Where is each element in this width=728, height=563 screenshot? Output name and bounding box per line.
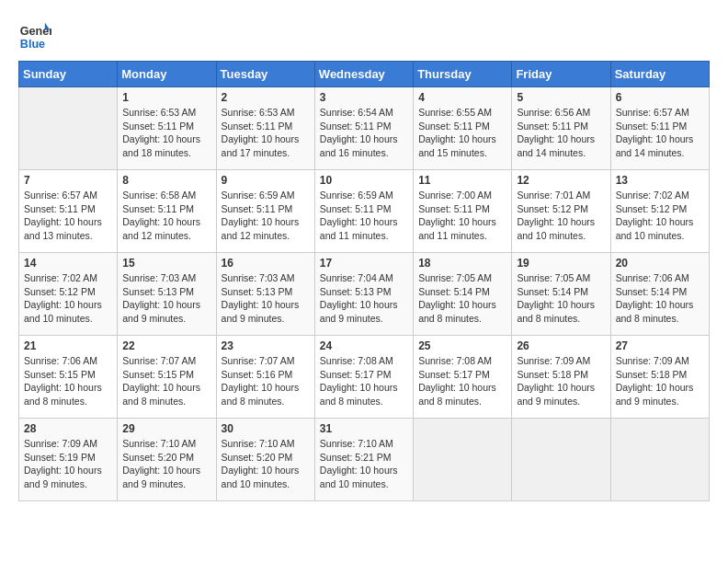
day-info: Sunrise: 7:01 AMSunset: 5:12 PMDaylight:…: [517, 189, 605, 243]
calendar-day: 7Sunrise: 6:57 AMSunset: 5:11 PMDaylight…: [19, 170, 118, 253]
day-number: 1: [122, 91, 210, 104]
calendar-header-row: SundayMondayTuesdayWednesdayThursdayFrid…: [19, 62, 710, 87]
calendar-day: 16Sunrise: 7:03 AMSunset: 5:13 PMDayligh…: [216, 253, 314, 336]
day-number: 10: [320, 174, 408, 187]
calendar-day: [19, 87, 118, 170]
calendar-day: 9Sunrise: 6:59 AMSunset: 5:11 PMDaylight…: [216, 170, 314, 253]
day-info: Sunrise: 7:09 AMSunset: 5:19 PMDaylight:…: [24, 437, 112, 491]
day-info: Sunrise: 7:09 AMSunset: 5:18 PMDaylight:…: [616, 354, 704, 408]
day-number: 12: [517, 174, 605, 187]
day-number: 28: [24, 422, 112, 435]
day-info: Sunrise: 7:07 AMSunset: 5:16 PMDaylight:…: [222, 354, 310, 408]
day-info: Sunrise: 7:03 AMSunset: 5:13 PMDaylight:…: [222, 271, 310, 326]
day-info: Sunrise: 7:10 AMSunset: 5:21 PMDaylight:…: [320, 437, 408, 491]
calendar-day: 14Sunrise: 7:02 AMSunset: 5:12 PMDayligh…: [19, 253, 118, 336]
calendar-day: 31Sunrise: 7:10 AMSunset: 5:21 PMDayligh…: [314, 419, 413, 501]
calendar-day: 1Sunrise: 6:53 AMSunset: 5:11 PMDaylight…: [118, 87, 216, 170]
day-number: 4: [418, 91, 506, 104]
calendar-day: [512, 419, 610, 501]
calendar-day: 30Sunrise: 7:10 AMSunset: 5:20 PMDayligh…: [216, 419, 314, 501]
day-number: 25: [418, 339, 506, 352]
day-number: 31: [320, 422, 408, 435]
day-info: Sunrise: 6:57 AMSunset: 5:11 PMDaylight:…: [616, 106, 704, 160]
day-number: 18: [418, 257, 506, 270]
calendar-day: 2Sunrise: 6:53 AMSunset: 5:11 PMDaylight…: [216, 87, 314, 170]
calendar-header-tuesday: Tuesday: [216, 62, 314, 87]
calendar-header-friday: Friday: [512, 62, 610, 87]
day-info: Sunrise: 6:54 AMSunset: 5:11 PMDaylight:…: [320, 106, 408, 160]
day-info: Sunrise: 7:10 AMSunset: 5:20 PMDaylight:…: [222, 437, 310, 491]
calendar-day: 3Sunrise: 6:54 AMSunset: 5:11 PMDaylight…: [314, 87, 413, 170]
day-info: Sunrise: 6:58 AMSunset: 5:11 PMDaylight:…: [122, 189, 210, 243]
calendar-header-saturday: Saturday: [610, 62, 709, 87]
calendar-day: 8Sunrise: 6:58 AMSunset: 5:11 PMDaylight…: [118, 170, 216, 253]
day-number: 16: [222, 257, 310, 270]
calendar-day: 26Sunrise: 7:09 AMSunset: 5:18 PMDayligh…: [512, 336, 610, 419]
day-info: Sunrise: 7:10 AMSunset: 5:20 PMDaylight:…: [122, 437, 210, 491]
calendar-day: 6Sunrise: 6:57 AMSunset: 5:11 PMDaylight…: [610, 87, 709, 170]
logo: General Blue: [18, 18, 51, 52]
calendar-day: 4Sunrise: 6:55 AMSunset: 5:11 PMDaylight…: [414, 87, 512, 170]
page-header: General Blue: [18, 18, 710, 52]
day-number: 26: [517, 339, 605, 352]
calendar-table: SundayMondayTuesdayWednesdayThursdayFrid…: [18, 61, 710, 501]
calendar-day: 24Sunrise: 7:08 AMSunset: 5:17 PMDayligh…: [314, 336, 413, 419]
calendar-day: [414, 419, 512, 501]
day-info: Sunrise: 7:02 AMSunset: 5:12 PMDaylight:…: [616, 189, 704, 243]
day-number: 29: [122, 422, 210, 435]
day-number: 30: [222, 422, 310, 435]
calendar-day: 23Sunrise: 7:07 AMSunset: 5:16 PMDayligh…: [216, 336, 314, 419]
calendar-day: 27Sunrise: 7:09 AMSunset: 5:18 PMDayligh…: [610, 336, 709, 419]
calendar-header-wednesday: Wednesday: [314, 62, 413, 87]
calendar-day: 17Sunrise: 7:04 AMSunset: 5:13 PMDayligh…: [314, 253, 413, 336]
day-number: 17: [320, 257, 408, 270]
calendar-week-2: 7Sunrise: 6:57 AMSunset: 5:11 PMDaylight…: [19, 170, 710, 253]
calendar-day: 22Sunrise: 7:07 AMSunset: 5:15 PMDayligh…: [118, 336, 216, 419]
calendar-day: 18Sunrise: 7:05 AMSunset: 5:14 PMDayligh…: [414, 253, 512, 336]
day-number: 14: [24, 257, 112, 270]
calendar-header-thursday: Thursday: [414, 62, 512, 87]
logo-icon: General Blue: [18, 18, 51, 52]
calendar-day: 28Sunrise: 7:09 AMSunset: 5:19 PMDayligh…: [19, 419, 118, 501]
calendar-day: 25Sunrise: 7:08 AMSunset: 5:17 PMDayligh…: [414, 336, 512, 419]
calendar-week-5: 28Sunrise: 7:09 AMSunset: 5:19 PMDayligh…: [19, 419, 710, 501]
calendar-week-4: 21Sunrise: 7:06 AMSunset: 5:15 PMDayligh…: [19, 336, 710, 419]
day-info: Sunrise: 7:05 AMSunset: 5:14 PMDaylight:…: [418, 271, 506, 326]
day-number: 11: [418, 174, 506, 187]
day-info: Sunrise: 7:02 AMSunset: 5:12 PMDaylight:…: [24, 271, 112, 326]
day-number: 5: [517, 91, 605, 104]
calendar-day: [610, 419, 709, 501]
svg-text:Blue: Blue: [20, 38, 45, 51]
day-info: Sunrise: 6:55 AMSunset: 5:11 PMDaylight:…: [418, 106, 506, 160]
day-info: Sunrise: 6:53 AMSunset: 5:11 PMDaylight:…: [122, 106, 210, 160]
day-info: Sunrise: 7:06 AMSunset: 5:14 PMDaylight:…: [616, 271, 704, 326]
day-info: Sunrise: 7:00 AMSunset: 5:11 PMDaylight:…: [418, 189, 506, 243]
calendar-day: 12Sunrise: 7:01 AMSunset: 5:12 PMDayligh…: [512, 170, 610, 253]
day-info: Sunrise: 7:09 AMSunset: 5:18 PMDaylight:…: [517, 354, 605, 408]
day-info: Sunrise: 7:07 AMSunset: 5:15 PMDaylight:…: [122, 354, 210, 408]
calendar-day: 15Sunrise: 7:03 AMSunset: 5:13 PMDayligh…: [118, 253, 216, 336]
day-info: Sunrise: 7:08 AMSunset: 5:17 PMDaylight:…: [320, 354, 408, 408]
calendar-day: 29Sunrise: 7:10 AMSunset: 5:20 PMDayligh…: [118, 419, 216, 501]
day-number: 6: [616, 91, 704, 104]
day-info: Sunrise: 7:05 AMSunset: 5:14 PMDaylight:…: [517, 271, 605, 326]
calendar-day: 5Sunrise: 6:56 AMSunset: 5:11 PMDaylight…: [512, 87, 610, 170]
calendar-day: 13Sunrise: 7:02 AMSunset: 5:12 PMDayligh…: [610, 170, 709, 253]
day-number: 7: [24, 174, 112, 187]
day-info: Sunrise: 7:04 AMSunset: 5:13 PMDaylight:…: [320, 271, 408, 326]
day-info: Sunrise: 6:59 AMSunset: 5:11 PMDaylight:…: [320, 189, 408, 243]
day-info: Sunrise: 7:03 AMSunset: 5:13 PMDaylight:…: [122, 271, 210, 326]
day-number: 9: [222, 174, 310, 187]
day-number: 20: [616, 257, 704, 270]
calendar-week-1: 1Sunrise: 6:53 AMSunset: 5:11 PMDaylight…: [19, 87, 710, 170]
day-number: 27: [616, 339, 704, 352]
calendar-header-monday: Monday: [118, 62, 216, 87]
calendar-header-sunday: Sunday: [19, 62, 118, 87]
day-number: 22: [122, 339, 210, 352]
day-number: 3: [320, 91, 408, 104]
day-number: 15: [122, 257, 210, 270]
day-number: 13: [616, 174, 704, 187]
day-number: 19: [517, 257, 605, 270]
calendar-day: 10Sunrise: 6:59 AMSunset: 5:11 PMDayligh…: [314, 170, 413, 253]
day-number: 24: [320, 339, 408, 352]
